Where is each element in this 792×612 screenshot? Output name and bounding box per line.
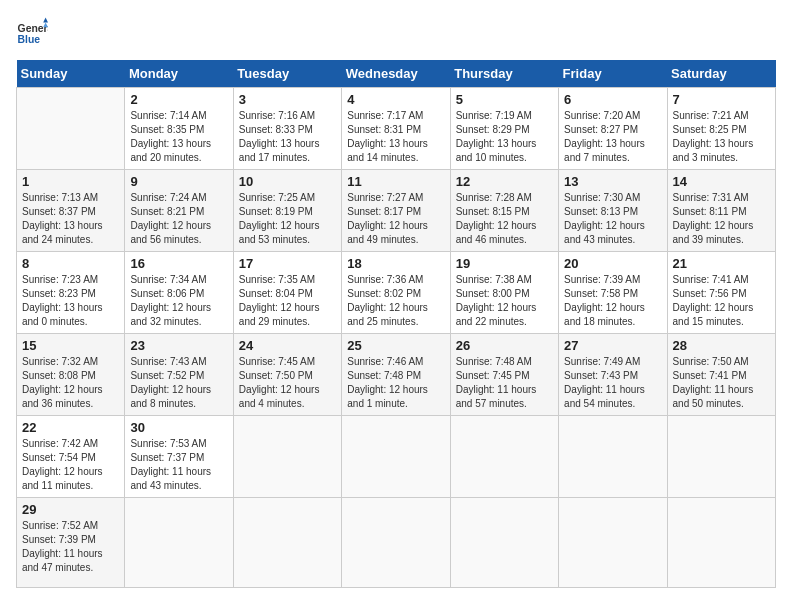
calendar-cell: 19Sunrise: 7:38 AMSunset: 8:00 PMDayligh… xyxy=(450,252,558,334)
calendar-cell: 4Sunrise: 7:17 AMSunset: 8:31 PMDaylight… xyxy=(342,88,450,170)
calendar-cell: 29Sunrise: 7:52 AMSunset: 7:39 PMDayligh… xyxy=(17,498,125,588)
day-info: Sunrise: 7:30 AMSunset: 8:13 PMDaylight:… xyxy=(564,191,661,247)
day-info: Sunrise: 7:27 AMSunset: 8:17 PMDaylight:… xyxy=(347,191,444,247)
day-info: Sunrise: 7:35 AMSunset: 8:04 PMDaylight:… xyxy=(239,273,336,329)
calendar-cell: 5Sunrise: 7:19 AMSunset: 8:29 PMDaylight… xyxy=(450,88,558,170)
day-info: Sunrise: 7:14 AMSunset: 8:35 PMDaylight:… xyxy=(130,109,227,165)
calendar-cell xyxy=(559,416,667,498)
calendar-cell xyxy=(233,498,341,588)
day-number: 9 xyxy=(130,174,227,189)
calendar-week-1: 1Sunrise: 7:13 AMSunset: 8:37 PMDaylight… xyxy=(17,170,776,252)
day-number: 2 xyxy=(130,92,227,107)
day-number: 17 xyxy=(239,256,336,271)
calendar-cell: 17Sunrise: 7:35 AMSunset: 8:04 PMDayligh… xyxy=(233,252,341,334)
calendar-cell: 28Sunrise: 7:50 AMSunset: 7:41 PMDayligh… xyxy=(667,334,775,416)
logo-icon: General Blue xyxy=(16,16,48,48)
day-info: Sunrise: 7:50 AMSunset: 7:41 PMDaylight:… xyxy=(673,355,770,411)
calendar-cell: 3Sunrise: 7:16 AMSunset: 8:33 PMDaylight… xyxy=(233,88,341,170)
day-info: Sunrise: 7:31 AMSunset: 8:11 PMDaylight:… xyxy=(673,191,770,247)
day-number: 26 xyxy=(456,338,553,353)
day-header-tuesday: Tuesday xyxy=(233,60,341,88)
day-number: 5 xyxy=(456,92,553,107)
day-header-thursday: Thursday xyxy=(450,60,558,88)
svg-text:General: General xyxy=(18,23,48,34)
day-number: 22 xyxy=(22,420,119,435)
day-info: Sunrise: 7:19 AMSunset: 8:29 PMDaylight:… xyxy=(456,109,553,165)
day-number: 3 xyxy=(239,92,336,107)
calendar-cell: 12Sunrise: 7:28 AMSunset: 8:15 PMDayligh… xyxy=(450,170,558,252)
day-info: Sunrise: 7:39 AMSunset: 7:58 PMDaylight:… xyxy=(564,273,661,329)
calendar-cell xyxy=(559,498,667,588)
day-number: 19 xyxy=(456,256,553,271)
calendar-cell xyxy=(450,498,558,588)
calendar-cell: 9Sunrise: 7:24 AMSunset: 8:21 PMDaylight… xyxy=(125,170,233,252)
calendar-cell xyxy=(342,498,450,588)
day-header-saturday: Saturday xyxy=(667,60,775,88)
day-number: 16 xyxy=(130,256,227,271)
calendar-cell xyxy=(17,88,125,170)
calendar-cell: 27Sunrise: 7:49 AMSunset: 7:43 PMDayligh… xyxy=(559,334,667,416)
calendar-week-4: 22Sunrise: 7:42 AMSunset: 7:54 PMDayligh… xyxy=(17,416,776,498)
calendar-cell: 15Sunrise: 7:32 AMSunset: 8:08 PMDayligh… xyxy=(17,334,125,416)
calendar-cell: 11Sunrise: 7:27 AMSunset: 8:17 PMDayligh… xyxy=(342,170,450,252)
day-info: Sunrise: 7:21 AMSunset: 8:25 PMDaylight:… xyxy=(673,109,770,165)
calendar-cell xyxy=(125,498,233,588)
day-info: Sunrise: 7:52 AMSunset: 7:39 PMDaylight:… xyxy=(22,519,119,575)
day-info: Sunrise: 7:53 AMSunset: 7:37 PMDaylight:… xyxy=(130,437,227,493)
calendar-cell: 20Sunrise: 7:39 AMSunset: 7:58 PMDayligh… xyxy=(559,252,667,334)
calendar-cell: 1Sunrise: 7:13 AMSunset: 8:37 PMDaylight… xyxy=(17,170,125,252)
day-number: 4 xyxy=(347,92,444,107)
day-header-monday: Monday xyxy=(125,60,233,88)
day-header-friday: Friday xyxy=(559,60,667,88)
day-number: 10 xyxy=(239,174,336,189)
day-info: Sunrise: 7:45 AMSunset: 7:50 PMDaylight:… xyxy=(239,355,336,411)
day-info: Sunrise: 7:46 AMSunset: 7:48 PMDaylight:… xyxy=(347,355,444,411)
calendar-cell xyxy=(233,416,341,498)
day-number: 23 xyxy=(130,338,227,353)
day-number: 14 xyxy=(673,174,770,189)
calendar-cell: 6Sunrise: 7:20 AMSunset: 8:27 PMDaylight… xyxy=(559,88,667,170)
day-info: Sunrise: 7:32 AMSunset: 8:08 PMDaylight:… xyxy=(22,355,119,411)
day-number: 7 xyxy=(673,92,770,107)
day-number: 24 xyxy=(239,338,336,353)
calendar-week-3: 15Sunrise: 7:32 AMSunset: 8:08 PMDayligh… xyxy=(17,334,776,416)
calendar-week-2: 8Sunrise: 7:23 AMSunset: 8:23 PMDaylight… xyxy=(17,252,776,334)
day-number: 27 xyxy=(564,338,661,353)
day-number: 12 xyxy=(456,174,553,189)
calendar-cell: 25Sunrise: 7:46 AMSunset: 7:48 PMDayligh… xyxy=(342,334,450,416)
calendar-cell: 10Sunrise: 7:25 AMSunset: 8:19 PMDayligh… xyxy=(233,170,341,252)
calendar-cell: 23Sunrise: 7:43 AMSunset: 7:52 PMDayligh… xyxy=(125,334,233,416)
calendar-cell: 22Sunrise: 7:42 AMSunset: 7:54 PMDayligh… xyxy=(17,416,125,498)
svg-marker-2 xyxy=(43,18,48,23)
day-info: Sunrise: 7:48 AMSunset: 7:45 PMDaylight:… xyxy=(456,355,553,411)
day-header-sunday: Sunday xyxy=(17,60,125,88)
day-info: Sunrise: 7:36 AMSunset: 8:02 PMDaylight:… xyxy=(347,273,444,329)
day-info: Sunrise: 7:43 AMSunset: 7:52 PMDaylight:… xyxy=(130,355,227,411)
logo: General Blue xyxy=(16,16,48,48)
day-info: Sunrise: 7:28 AMSunset: 8:15 PMDaylight:… xyxy=(456,191,553,247)
day-info: Sunrise: 7:38 AMSunset: 8:00 PMDaylight:… xyxy=(456,273,553,329)
day-info: Sunrise: 7:49 AMSunset: 7:43 PMDaylight:… xyxy=(564,355,661,411)
day-header-wednesday: Wednesday xyxy=(342,60,450,88)
day-number: 21 xyxy=(673,256,770,271)
day-number: 30 xyxy=(130,420,227,435)
calendar-cell: 8Sunrise: 7:23 AMSunset: 8:23 PMDaylight… xyxy=(17,252,125,334)
calendar-cell: 16Sunrise: 7:34 AMSunset: 8:06 PMDayligh… xyxy=(125,252,233,334)
calendar-cell xyxy=(450,416,558,498)
calendar-cell: 24Sunrise: 7:45 AMSunset: 7:50 PMDayligh… xyxy=(233,334,341,416)
calendar-cell: 21Sunrise: 7:41 AMSunset: 7:56 PMDayligh… xyxy=(667,252,775,334)
day-number: 20 xyxy=(564,256,661,271)
calendar-cell: 18Sunrise: 7:36 AMSunset: 8:02 PMDayligh… xyxy=(342,252,450,334)
day-number: 18 xyxy=(347,256,444,271)
day-info: Sunrise: 7:17 AMSunset: 8:31 PMDaylight:… xyxy=(347,109,444,165)
calendar-cell: 30Sunrise: 7:53 AMSunset: 7:37 PMDayligh… xyxy=(125,416,233,498)
day-info: Sunrise: 7:13 AMSunset: 8:37 PMDaylight:… xyxy=(22,191,119,247)
calendar-cell: 13Sunrise: 7:30 AMSunset: 8:13 PMDayligh… xyxy=(559,170,667,252)
day-number: 6 xyxy=(564,92,661,107)
calendar-week-5: 29Sunrise: 7:52 AMSunset: 7:39 PMDayligh… xyxy=(17,498,776,588)
day-info: Sunrise: 7:24 AMSunset: 8:21 PMDaylight:… xyxy=(130,191,227,247)
day-info: Sunrise: 7:41 AMSunset: 7:56 PMDaylight:… xyxy=(673,273,770,329)
day-number: 8 xyxy=(22,256,119,271)
svg-text:Blue: Blue xyxy=(18,34,41,45)
calendar-cell xyxy=(342,416,450,498)
